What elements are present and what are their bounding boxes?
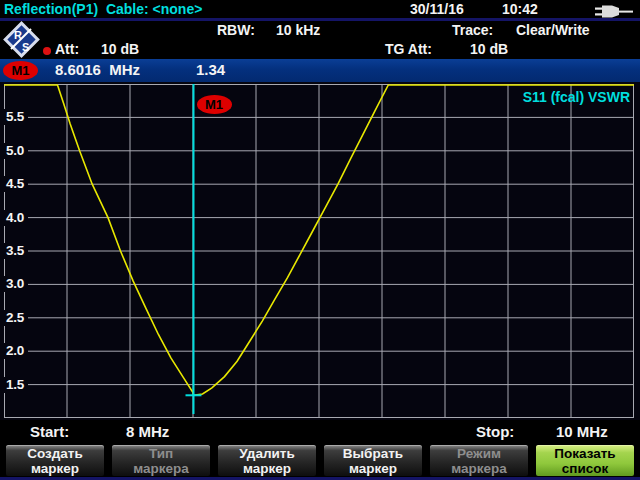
tg-att-value: 10 dB xyxy=(470,41,508,58)
y-axis-label: 5.5 xyxy=(2,109,28,125)
date-display: 30/11/16 xyxy=(410,1,464,18)
power-plug-icon xyxy=(595,4,633,17)
softkey-bar: Создать маркер Тип маркера Удалить марке… xyxy=(0,444,640,477)
y-axis-label: 2.0 xyxy=(2,343,28,359)
rbw-label: RBW: xyxy=(217,22,255,39)
y-axis-label: 2.5 xyxy=(2,310,28,326)
marker-vswr-value: 1.34 xyxy=(196,61,225,78)
softkey-select-marker[interactable]: Выбрать маркер xyxy=(323,444,423,477)
att-value: 10 dB xyxy=(101,41,139,58)
stop-value: 10 MHz xyxy=(556,423,608,440)
y-axis-label: 5.0 xyxy=(2,143,28,159)
svg-text:S: S xyxy=(22,41,29,53)
start-label: Start: xyxy=(30,423,69,440)
y-axis-label: 3.0 xyxy=(2,276,28,292)
softkey-show-list[interactable]: Показать список xyxy=(535,444,635,477)
tg-att-label: TG Att: xyxy=(385,41,432,58)
start-value: 8 MHz xyxy=(126,423,169,440)
marker-frequency-value: 8.6016 MHz xyxy=(55,61,140,78)
trace-mode-label: Trace: xyxy=(452,22,493,39)
stop-label: Stop: xyxy=(476,423,514,440)
svg-text:R: R xyxy=(14,29,22,41)
page-title: Reflection(P1) Cable: <none> xyxy=(4,1,202,18)
analyzer-screen: Reflection(P1) Cable: <none> 30/11/16 10… xyxy=(0,0,640,480)
y-axis-label: 4.0 xyxy=(2,210,28,226)
y-axis-label: 3.5 xyxy=(2,243,28,259)
marker-readout-bar: M1 8.6016 MHz 1.34 xyxy=(0,59,640,82)
marker-m1-badge: M1 xyxy=(3,61,38,80)
trace-mode-value: Clear/Write xyxy=(516,22,590,39)
y-axis-label: 1.5 xyxy=(2,377,28,393)
rs-logo: R S xyxy=(2,20,41,59)
softkey-marker-type[interactable]: Тип маркера xyxy=(111,444,211,477)
marker-m1-chart-label: M1 xyxy=(197,95,232,114)
trace-math-label: S11 (fcal) VSWR xyxy=(523,89,630,105)
att-label: Att: xyxy=(55,41,79,58)
frequency-range-row: Start: 8 MHz Stop: 10 MHz xyxy=(0,420,640,444)
softkey-marker-mode[interactable]: Режим маркера xyxy=(429,444,529,477)
vswr-chart: 5.55.04.54.03.53.02.52.01.5 S11 (fcal) V… xyxy=(0,82,640,420)
time-display: 10:42 xyxy=(502,1,538,18)
softkey-delete-marker[interactable]: Удалить маркер xyxy=(217,444,317,477)
trace-plot xyxy=(4,84,634,418)
y-axis-label: 4.5 xyxy=(2,176,28,192)
att-indicator-dot-icon xyxy=(43,47,51,55)
header-separator xyxy=(0,18,640,21)
softkey-create-marker[interactable]: Создать маркер xyxy=(5,444,105,477)
rbw-value: 10 kHz xyxy=(276,22,320,39)
